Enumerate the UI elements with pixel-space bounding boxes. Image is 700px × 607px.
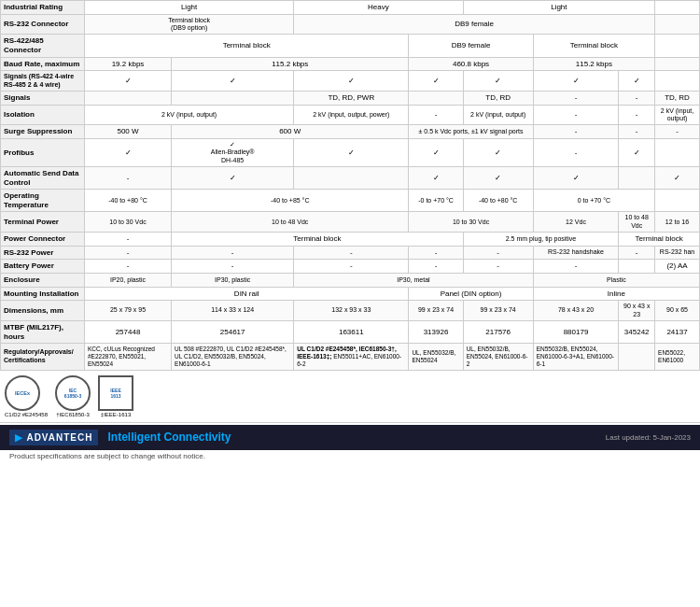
cell: - <box>619 105 655 125</box>
cell: 90 x 43 x 23 <box>619 301 655 321</box>
cell: KCC, cULus Recognized #E222870, EN55021,… <box>85 344 172 370</box>
cell: 880179 <box>533 320 619 343</box>
cell: IP30, metal <box>294 274 533 288</box>
footer-logo: ▶ ADVANTECH <box>9 430 98 445</box>
cell: - <box>409 246 463 260</box>
row-label: Enclosure <box>1 274 85 288</box>
cell: 78 x 43 x 20 <box>533 301 619 321</box>
cell: EN55032/B, EN55024, EN61000-6-3+A1, EN61… <box>533 344 619 370</box>
cell: ✓ <box>619 71 655 92</box>
cert-iecex-icon: IECEx C1/D2 #E245458 <box>5 375 48 417</box>
cell: ✓ <box>409 167 463 190</box>
cell: 257448 <box>85 320 172 343</box>
cell <box>294 167 409 190</box>
cell: -40 to +80 °C <box>463 190 533 212</box>
cell: 115.2 kbps <box>533 57 654 71</box>
table-row: Power Connector - Terminal block 2.5 mm … <box>1 233 700 247</box>
row-label: Automatic Send Data Control <box>1 167 85 190</box>
row-label: Signals (RS-422 4-wire RS-485 2 & 4 wire… <box>1 71 85 92</box>
cell: 25 x 79 x 95 <box>85 301 172 321</box>
cell: - <box>619 125 655 139</box>
cell: - <box>294 246 409 260</box>
row-label: Surge Suppression <box>1 125 85 139</box>
cell: - <box>409 105 463 125</box>
row-label: Operating Temperature <box>1 190 85 212</box>
cell: DIN rail <box>85 287 409 301</box>
row-label: Terminal Power <box>1 212 85 233</box>
cell: UL, EN55032/B, EN55024, EN61000-6-2 <box>463 344 533 370</box>
row-label: RS-232 Connector <box>1 14 85 35</box>
cell: (2) AA <box>655 260 700 274</box>
cell: Inline <box>533 287 699 301</box>
row-label: Battery Power <box>1 260 85 274</box>
cell: ✓ <box>463 167 533 190</box>
row-label: Dimensions, mm <box>1 301 85 321</box>
cert-iec61850-label: †IEC61850-3 <box>55 412 91 417</box>
cell: ✓ <box>533 167 619 190</box>
cell: Heavy <box>294 1 463 15</box>
table-row: Baud Rate, maximum 19.2 kbps 115.2 kbps … <box>1 57 700 71</box>
cell: 163611 <box>294 320 409 343</box>
cell: 132 x 93 x 33 <box>294 301 409 321</box>
cell: - <box>85 233 172 247</box>
cell: -40 to +85 °C <box>172 190 409 212</box>
cell: 99 x 23 x 74 <box>409 301 463 321</box>
table-row: Enclosure IP20, plastic IP30, plastic IP… <box>1 274 700 288</box>
table-row: Industrial Rating Light Heavy Light <box>1 1 700 15</box>
cell: - <box>619 91 655 105</box>
cell: UL, EN55032/B, EN55024 <box>409 344 463 370</box>
cell: 99 x 23 x 74 <box>463 301 533 321</box>
cert-iec61850-icon: IEC 61850-3 †IEC61850-3 <box>55 375 91 417</box>
cell: - <box>655 125 700 139</box>
table-row: Operating Temperature -40 to +80 °C -40 … <box>1 190 700 212</box>
cell: 2 kV (input, output) <box>463 105 533 125</box>
cell: - <box>533 260 619 274</box>
cell <box>85 91 172 105</box>
cell: - <box>463 260 533 274</box>
table-row: RS-232 Power - - - - - RS-232 handshake … <box>1 246 700 260</box>
cell: ✓ <box>533 71 619 92</box>
cell <box>655 190 700 212</box>
cell: 12 Vdc <box>533 212 619 233</box>
cell <box>409 91 463 105</box>
row-label: RS-232 Power <box>1 246 85 260</box>
cell: - <box>85 246 172 260</box>
table-row: MTBF (MIL217F), hours 257448 254617 1636… <box>1 320 700 343</box>
specs-table: Industrial Rating Light Heavy Light RS-2… <box>0 0 700 371</box>
row-label: Baud Rate, maximum <box>1 57 85 71</box>
cell: UL 508 #E222870, UL C1/D2 #E245458*, UL … <box>172 344 294 370</box>
row-label: Signals <box>1 91 85 105</box>
cell: 90 x 65 <box>655 301 700 321</box>
table-row: Terminal Power 10 to 30 Vdc 10 to 48 Vdc… <box>1 212 700 233</box>
table-row: RS-232 Connector Terminal block(DB9 opti… <box>1 14 700 35</box>
cell <box>655 14 700 35</box>
cell: ✓ <box>619 138 655 166</box>
cell: -0 to +70 °C <box>409 190 463 212</box>
cell: 2 kV (input, output, power) <box>294 105 409 125</box>
cert-icons-container: IECEx C1/D2 #E245458 IEC 61850-3 †IEC618… <box>5 375 133 417</box>
footer-title: Intelligent Connectivity <box>107 431 231 444</box>
table-row: Profibus ✓ ✓Allen-Bradley®DH-485 ✓ ✓ ✓ -… <box>1 138 700 166</box>
cell: ✓ <box>172 167 294 190</box>
cell: 115.2 kbps <box>172 57 409 71</box>
cell: ✓ <box>409 71 463 92</box>
cell <box>619 344 655 370</box>
cell <box>655 57 700 71</box>
cell: ✓ <box>85 71 172 92</box>
footer-notice: Product specifications are subject to ch… <box>0 450 700 462</box>
row-label: Regulatory/Approvals/ Certifications <box>1 344 85 370</box>
cell: 10 to 30 Vdc <box>85 212 172 233</box>
cell: TD, RD, PWR <box>294 91 409 105</box>
cell: 12 to 16 <box>655 212 700 233</box>
table-row: Automatic Send Data Control - ✓ ✓ ✓ ✓ ✓ <box>1 167 700 190</box>
cell: - <box>172 260 294 274</box>
table-row: Signals TD, RD, PWR TD, RD - - TD, RD <box>1 91 700 105</box>
cell: 345242 <box>619 320 655 343</box>
cell: 10 to 30 Vdc <box>409 212 533 233</box>
cell: - <box>85 167 172 190</box>
cell: - <box>533 125 619 139</box>
cell: 10 to 48 Vdc <box>172 212 409 233</box>
cell: ✓ <box>463 138 533 166</box>
table-row: Regulatory/Approvals/ Certifications KCC… <box>1 344 700 370</box>
row-label: Profibus <box>1 138 85 166</box>
